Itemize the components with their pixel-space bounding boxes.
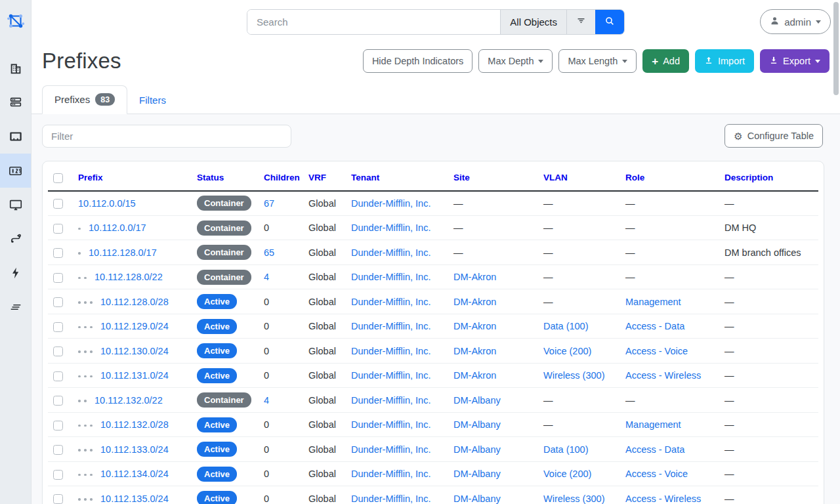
site-link[interactable]: DM-Akron [453,370,496,381]
row-checkbox[interactable] [53,445,63,455]
site-link[interactable]: DM-Albany [453,469,501,479]
column-header-site[interactable]: Site [453,173,470,182]
quick-filter-input[interactable] [42,125,291,148]
tab-prefixes[interactable]: Prefixes 83 [42,85,127,114]
column-header-children[interactable]: Children [264,173,300,182]
prefix-link[interactable]: 10.112.128.0/28 [100,297,169,307]
select-all-checkbox[interactable] [53,173,63,183]
tenant-link[interactable]: Dunder-Mifflin, Inc. [351,297,430,307]
search-scope-select[interactable]: All Objects [500,10,566,34]
export-dropdown[interactable]: Export [760,49,830,73]
tab-filters[interactable]: Filters [127,87,178,114]
row-checkbox[interactable] [53,322,63,332]
search-filter-button[interactable] [566,10,595,34]
add-button[interactable]: + Add [642,49,689,73]
user-menu-button[interactable]: admin [760,9,831,34]
row-checkbox[interactable] [53,248,63,258]
column-header-status[interactable]: Status [197,173,224,182]
children-count-link[interactable]: 4 [264,272,269,282]
role-link[interactable]: Access - Voice [625,469,688,479]
vlan-link[interactable]: Data (100) [543,444,589,455]
prefix-link[interactable]: 10.112.133.0/24 [100,444,169,455]
row-checkbox[interactable] [53,346,63,356]
children-count-link[interactable]: 4 [264,395,269,406]
vlan-link[interactable]: Wireless (300) [543,494,604,504]
configure-table-button[interactable]: ⚙ Configure Table [724,124,823,148]
prefix-link[interactable]: 10.112.130.0/24 [100,346,169,356]
vertical-scrollbar-thumb[interactable] [833,2,839,95]
role-link[interactable]: Access - Wireless [625,494,701,504]
role-link[interactable]: Management [625,297,681,307]
site-link[interactable]: DM-Albany [453,494,501,504]
column-header-description[interactable]: Description [724,173,773,182]
role-link[interactable]: Management [625,419,681,430]
row-checkbox[interactable] [53,470,63,480]
column-header-vlan[interactable]: VLAN [543,173,568,182]
search-input[interactable] [247,10,500,34]
tenant-link[interactable]: Dunder-Mifflin, Inc. [351,272,430,282]
site-link[interactable]: DM-Akron [453,297,496,307]
column-header-tenant[interactable]: Tenant [351,173,379,182]
site-link[interactable]: DM-Akron [453,272,496,282]
row-checkbox[interactable] [53,199,63,209]
column-header-role[interactable]: Role [625,173,644,182]
children-count-link[interactable]: 65 [264,247,274,258]
prefix-link[interactable]: 10.112.128.0/17 [89,247,157,258]
tenant-link[interactable]: Dunder-Mifflin, Inc. [351,198,430,209]
column-header-prefix[interactable]: Prefix [78,173,103,182]
prefix-link[interactable]: 10.112.128.0/22 [94,272,163,282]
site-link[interactable]: DM-Albany [453,419,501,430]
max-length-dropdown[interactable]: Max Length [558,49,637,73]
column-header-vrf[interactable]: VRF [308,173,326,182]
tenant-link[interactable]: Dunder-Mifflin, Inc. [351,370,430,381]
row-checkbox[interactable] [53,273,63,283]
hide-depth-indicators-button[interactable]: Hide Depth Indicators [363,49,472,73]
row-checkbox[interactable] [53,421,63,430]
row-checkbox[interactable] [53,371,63,381]
prefix-link[interactable]: 10.112.0.0/17 [89,222,146,233]
site-link[interactable]: DM-Akron [453,346,496,356]
sidebar-item-power[interactable] [0,256,31,290]
vlan-link[interactable]: Wireless (300) [543,370,604,381]
tenant-link[interactable]: Dunder-Mifflin, Inc. [351,222,430,233]
tenant-link[interactable]: Dunder-Mifflin, Inc. [351,346,430,356]
vlan-link[interactable]: Data (100) [543,321,589,331]
prefix-link[interactable]: 10.112.0.0/15 [78,198,136,209]
prefix-link[interactable]: 10.112.134.0/24 [100,469,169,479]
vlan-link[interactable]: Voice (200) [543,346,591,356]
vlan-link[interactable]: Voice (200) [543,469,591,479]
site-link[interactable]: DM-Akron [453,321,496,331]
search-submit-button[interactable] [595,10,624,34]
tenant-link[interactable]: Dunder-Mifflin, Inc. [351,444,430,455]
role-link[interactable]: Access - Data [625,321,684,331]
tenant-link[interactable]: Dunder-Mifflin, Inc. [351,321,430,331]
sidebar-item-connections[interactable] [0,119,31,154]
row-checkbox[interactable] [53,396,63,406]
sidebar-item-other[interactable] [0,290,31,324]
row-checkbox[interactable] [53,297,63,307]
site-link[interactable]: DM-Albany [453,444,501,455]
sidebar-item-virtualization[interactable] [0,188,31,222]
tenant-link[interactable]: Dunder-Mifflin, Inc. [351,419,430,430]
children-count-link[interactable]: 67 [264,198,274,209]
netbox-logo-icon[interactable] [0,0,31,42]
sidebar-item-circuits[interactable] [0,222,31,256]
sidebar-item-ipam[interactable] [0,154,31,188]
tenant-link[interactable]: Dunder-Mifflin, Inc. [351,469,430,479]
prefix-link[interactable]: 10.112.132.0/28 [100,419,169,430]
role-link[interactable]: Access - Data [625,444,684,455]
prefix-link[interactable]: 10.112.132.0/22 [94,395,163,406]
site-link[interactable]: DM-Albany [453,395,501,406]
row-checkbox[interactable] [53,494,63,504]
tenant-link[interactable]: Dunder-Mifflin, Inc. [351,395,430,406]
import-button[interactable]: Import [695,49,754,73]
row-checkbox[interactable] [53,224,63,234]
role-link[interactable]: Access - Wireless [625,370,701,381]
role-link[interactable]: Access - Voice [625,346,688,356]
tenant-link[interactable]: Dunder-Mifflin, Inc. [351,247,430,258]
prefix-link[interactable]: 10.112.129.0/24 [100,321,169,331]
sidebar-item-devices[interactable] [0,85,31,119]
max-depth-dropdown[interactable]: Max Depth [478,49,553,73]
tenant-link[interactable]: Dunder-Mifflin, Inc. [351,494,430,504]
prefix-link[interactable]: 10.112.135.0/24 [100,494,169,504]
